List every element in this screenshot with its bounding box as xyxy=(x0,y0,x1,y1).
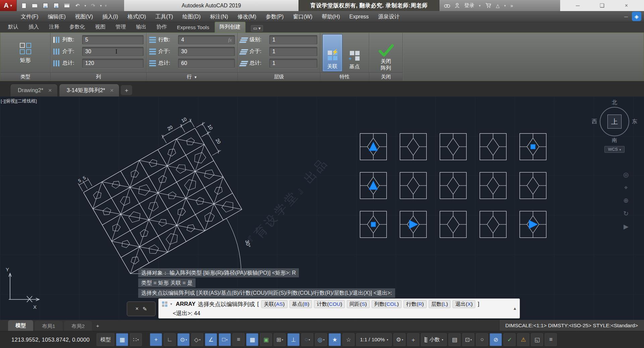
menu-item-window[interactable]: 窗口(W) xyxy=(288,11,317,22)
overflow-chevrons-icon[interactable]: » xyxy=(511,3,513,8)
rows-between-field[interactable]: 30 xyxy=(178,47,235,56)
units-dropdown-icon[interactable]: ▾ xyxy=(442,338,443,341)
associative-toggle-button[interactable]: ⚡ 关联 xyxy=(322,34,342,72)
app-menu-button[interactable]: A▼ xyxy=(0,0,17,11)
array-grip-tri-up[interactable] xyxy=(369,142,378,151)
columns-between-field[interactable]: 30I xyxy=(82,47,144,56)
cmd-option-r[interactable]: 行数(R) xyxy=(404,300,427,308)
close-array-button[interactable]: 关闭阵列 xyxy=(377,43,395,71)
annotation-monitor-toggle[interactable]: ＋ xyxy=(407,333,419,346)
menu-item-tools[interactable]: 工具(T) xyxy=(151,11,177,22)
model-space-button[interactable]: 模型 xyxy=(97,333,114,346)
array-grip-tri-right[interactable] xyxy=(409,220,418,229)
steering-wheel-icon[interactable]: ◎ xyxy=(623,171,629,179)
array-item-r0c2[interactable] xyxy=(440,133,467,160)
3d-object-snap-toggle[interactable]: ⊞▾ xyxy=(274,333,286,346)
3dosnap-dropdown-icon[interactable]: ▾ xyxy=(282,338,283,341)
ribbon-tab-parametric[interactable]: 参数化 xyxy=(65,22,90,32)
customize-tool-icon[interactable]: ✎ xyxy=(143,306,147,312)
hardware-acceleration-toggle[interactable]: ⊘ xyxy=(490,333,502,346)
selection-cycling-toggle[interactable]: ▣ xyxy=(260,333,272,346)
zoom-icon[interactable]: ⊕ xyxy=(623,197,629,204)
rows-panel-dropdown-icon[interactable]: ▼ xyxy=(194,75,197,79)
array-item-r1c3[interactable] xyxy=(480,172,506,199)
viewcube-west[interactable]: 西 xyxy=(592,118,597,125)
menu-item-edit[interactable]: 编辑(E) xyxy=(43,11,70,22)
menu-item-dimension[interactable]: 标注(N) xyxy=(205,11,233,22)
array-item-r1c4[interactable] xyxy=(520,172,546,199)
orbit-icon[interactable]: ↻ xyxy=(623,210,629,217)
menu-item-help[interactable]: 帮助(H) xyxy=(317,11,344,22)
menu-item-file[interactable]: 文件(F) xyxy=(16,11,43,22)
tab-model[interactable]: 模型 xyxy=(8,320,33,331)
levels-between-field[interactable]: 1 xyxy=(269,47,317,56)
rows-total-field[interactable]: 60 xyxy=(178,59,235,68)
close-tab-icon[interactable]: ✕ xyxy=(110,88,114,93)
menu-item-express[interactable]: Express xyxy=(344,11,373,22)
workspace-dropdown-icon[interactable]: ▾ xyxy=(402,338,403,341)
cmd-option-l[interactable]: 层数(L) xyxy=(429,300,451,308)
command-input-area[interactable]: ▼ ARRAY 选择夹点以编辑阵列或 [ 关联(AS)基点(B)计数(COU)间… xyxy=(158,298,520,319)
ribbon-tab-manage[interactable]: 管理 xyxy=(111,22,131,32)
a360-dropdown-icon[interactable]: ▾ xyxy=(504,4,506,7)
plugin-logo-icon[interactable]: ◈ xyxy=(632,12,641,21)
tab-layout2[interactable]: 布局2 xyxy=(64,321,92,331)
viewcube-south[interactable]: 南 xyxy=(588,137,641,144)
open-folder-icon[interactable] xyxy=(31,2,38,9)
qat-customize-icon[interactable]: ▿ xyxy=(105,4,107,7)
command-input-line[interactable]: <退出>: 44 xyxy=(162,309,511,317)
levels-count-field[interactable]: 1 xyxy=(269,35,317,45)
viewport-controls[interactable]: [-][俯视][二维线框] xyxy=(1,98,37,104)
object-snap-toggle[interactable]: □▾ xyxy=(219,333,231,346)
ribbon-tab-view[interactable]: 视图 xyxy=(91,22,110,32)
redo-icon[interactable]: ↷ xyxy=(90,2,97,9)
columns-total-field[interactable]: 120 xyxy=(82,59,144,68)
cmd-option-b[interactable]: 基点(B) xyxy=(289,300,312,308)
viewcube-east[interactable]: 东 xyxy=(632,118,637,125)
array-item-r1c2[interactable] xyxy=(440,172,467,199)
pan-icon[interactable]: ⌖ xyxy=(623,184,629,191)
new-drawing-tab-button[interactable]: ＋ xyxy=(121,85,132,95)
menu-item-parametric[interactable]: 参数(P) xyxy=(261,11,288,22)
file-tab-0[interactable]: Drawing2*✕ xyxy=(10,84,58,96)
new-layout-button[interactable]: + xyxy=(93,321,103,331)
ribbon-tab-default[interactable]: 默认 xyxy=(3,22,23,32)
array-item-r2c2[interactable] xyxy=(440,211,467,238)
plot-icon[interactable] xyxy=(63,2,70,9)
ribbon-panel-toggle-button[interactable]: ▭ ▾ xyxy=(251,25,263,31)
close-button[interactable]: × xyxy=(620,3,633,9)
recent-commands-dropdown-icon[interactable]: ▼ xyxy=(170,302,173,306)
annotation-scale-button[interactable]: 1:1 / 100%▾ xyxy=(356,333,392,346)
menu-item-modify[interactable]: 修改(M) xyxy=(233,11,261,22)
file-tab-1[interactable]: 3-14矩形阵列2*✕ xyxy=(59,84,119,96)
array-item-r0c1[interactable] xyxy=(400,133,427,160)
login-button[interactable]: 登录 xyxy=(464,2,474,9)
rectangular-array-type-button[interactable]: 矩形 xyxy=(13,41,38,66)
viewcube-top-face[interactable]: 上 xyxy=(607,115,622,129)
menu-item-draw[interactable]: 绘图(D) xyxy=(178,11,205,22)
source-lattice-drawing[interactable] xyxy=(84,128,242,274)
quick-properties-toggle[interactable]: ▤ xyxy=(448,333,461,346)
snap-dropdown-icon[interactable]: ▾ xyxy=(138,338,139,341)
ribbon-tab-collaborate[interactable]: 协作 xyxy=(152,22,172,32)
array-grip-tri-right[interactable] xyxy=(529,220,538,229)
annotation-visibility-toggle[interactable]: ★ xyxy=(329,333,341,346)
save-icon[interactable] xyxy=(42,2,49,9)
minimize-button[interactable]: ─ xyxy=(571,3,585,9)
array-item-r1c0[interactable] xyxy=(360,172,387,199)
array-item-r2c1[interactable] xyxy=(400,211,427,238)
standards-check-icon[interactable]: ✓ xyxy=(503,333,516,346)
viewcube-north[interactable]: 北 xyxy=(588,99,641,106)
cmd-option-col[interactable]: 列数(COL) xyxy=(372,300,401,308)
menu-item-format[interactable]: 格式(O) xyxy=(123,11,151,22)
array-item-r0c0[interactable] xyxy=(360,133,387,160)
cmd-option-as[interactable]: 关联(AS) xyxy=(261,300,287,308)
ribbon-tab-array-creation[interactable]: 阵列创建 xyxy=(215,22,246,32)
new-file-icon[interactable] xyxy=(20,2,28,9)
undo-dropdown-icon[interactable]: ▾ xyxy=(85,4,86,7)
close-icon[interactable]: × xyxy=(136,306,139,312)
restore-button[interactable]: ❏ xyxy=(595,2,609,9)
command-history-expand-icon[interactable]: ▲ xyxy=(513,306,517,311)
close-tab-icon[interactable]: ✕ xyxy=(48,88,52,93)
lock-ui-dropdown-icon[interactable]: ▾ xyxy=(470,338,472,341)
